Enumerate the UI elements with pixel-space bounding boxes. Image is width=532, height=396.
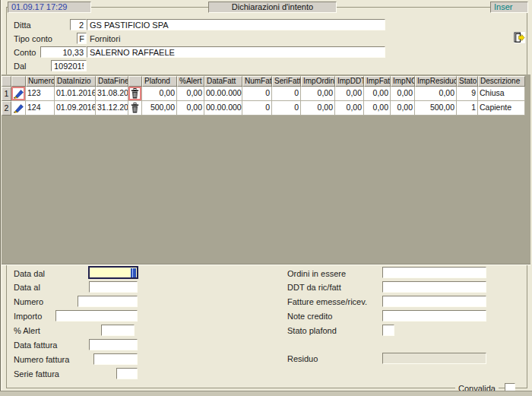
alert-label: % Alert	[14, 326, 40, 335]
serie-fattura-label: Serie fattura	[14, 369, 59, 379]
col-numero: Numero	[26, 76, 55, 87]
cell-plafond[interactable]: 0,00	[142, 87, 177, 101]
col-impfatt: ImpFatt	[364, 76, 391, 87]
declarations-table: Numero DataInizio DataFine Plafond %Aler…	[2, 76, 525, 116]
cell-numero[interactable]: 124	[26, 101, 55, 116]
ditta-label: Ditta	[14, 21, 31, 30]
cell-descrizione[interactable]: Capiente	[478, 101, 525, 116]
residuo-field	[382, 353, 486, 364]
col-plafond: Plafond	[142, 76, 177, 87]
col-impordini: ImpOrdini	[301, 76, 335, 87]
dal-label: Dal	[14, 62, 27, 71]
cell-serifatt[interactable]: 0	[272, 101, 301, 116]
cell-numero[interactable]: 123	[26, 87, 55, 101]
cell-datainizio[interactable]: 01.01.2016	[55, 87, 96, 101]
cell-plafond[interactable]: 500,00	[142, 101, 177, 116]
note-credito-field[interactable]	[382, 310, 486, 322]
numero-field[interactable]	[78, 296, 138, 307]
cell-datafine[interactable]: 31.12.2016	[96, 101, 128, 116]
col-impnc: ImpNC	[391, 76, 415, 87]
col-datafatt: DataFatt	[204, 76, 242, 87]
ddt-da-ric-fatt-field[interactable]	[382, 281, 486, 293]
tipo-conto-code-field[interactable]	[77, 33, 87, 44]
col-impresiduo: ImpResiduo	[415, 76, 457, 87]
table-row: 1 123 01.01.2016 31.08.2016 0,00 0,00 00…	[2, 87, 525, 101]
cell-impordini[interactable]: 0,00	[301, 101, 335, 116]
numero-label: Numero	[14, 297, 43, 306]
col-delete	[128, 76, 142, 87]
fatture-emesse-field[interactable]	[382, 296, 486, 307]
cell-alert[interactable]: 0,00	[177, 87, 204, 101]
ordini-in-essere-field[interactable]	[382, 267, 486, 278]
row-header[interactable]: 1	[2, 87, 11, 101]
tipo-conto-label: Tipo conto	[14, 34, 52, 43]
data-al-label: Data al	[14, 283, 40, 292]
exit-door-icon[interactable]	[513, 31, 526, 44]
row-header[interactable]: 2	[2, 101, 11, 116]
trash-icon[interactable]	[128, 101, 142, 116]
note-credito-label: Note credito	[287, 312, 332, 321]
cell-impordini[interactable]: 0,00	[301, 87, 335, 101]
stato-plafond-label: Stato plafond	[287, 326, 337, 335]
cell-impnc[interactable]: 0,00	[391, 87, 415, 101]
conto-code-field[interactable]	[40, 46, 87, 58]
cell-impfatt[interactable]: 0,00	[364, 101, 391, 116]
edit-pen-icon[interactable]	[11, 101, 26, 116]
col-stato: Stato	[457, 76, 478, 87]
page-title: Dichiarazioni d'intento	[208, 2, 337, 13]
timestamp-box: 01.09.17 17:29	[8, 2, 91, 13]
ddt-da-ric-fatt-label: DDT da ric/fatt	[287, 283, 341, 292]
table-row: 2 124 01.09.2016 31.12.2016 500,00 0,00 …	[2, 101, 525, 116]
col-rowheader	[2, 76, 11, 87]
residuo-label: Residuo	[287, 354, 318, 363]
col-datafine: DataFine	[96, 76, 128, 87]
cell-datafine[interactable]: 31.08.2016	[96, 87, 128, 101]
cell-impresiduo[interactable]: 0,00	[415, 87, 457, 101]
data-fattura-field[interactable]	[89, 339, 138, 350]
trash-icon[interactable]	[128, 87, 142, 101]
col-numfatt: NumFatt	[242, 76, 272, 87]
cell-datafatt[interactable]: 00.00.0000	[204, 87, 242, 101]
serie-fattura-field[interactable]	[116, 368, 138, 379]
cell-impnc[interactable]: 0,00	[391, 101, 415, 116]
cell-alert[interactable]: 0,00	[177, 101, 204, 116]
ditta-name-field[interactable]	[87, 19, 385, 30]
data-dal-label: Data dal	[14, 269, 45, 278]
cell-datafatt[interactable]: 00.00.0000	[204, 101, 242, 116]
col-impddt: ImpDDT	[335, 76, 364, 87]
importo-field[interactable]	[55, 310, 138, 322]
edit-pen-icon[interactable]	[11, 87, 26, 101]
col-datainizio: DataInizio	[55, 76, 96, 87]
data-al-field[interactable]	[89, 281, 138, 293]
cell-numfatt[interactable]: 0	[242, 101, 272, 116]
data-fattura-label: Data fattura	[14, 341, 57, 350]
ditta-code-field[interactable]	[70, 19, 87, 30]
cell-stato[interactable]: 1	[457, 101, 478, 116]
cell-stato[interactable]: 9	[457, 87, 478, 101]
cell-impresiduo[interactable]: 500,00	[415, 101, 457, 116]
cell-serifatt[interactable]: 0	[272, 87, 301, 101]
cell-impfatt[interactable]: 0,00	[364, 87, 391, 101]
table-header-row: Numero DataInizio DataFine Plafond %Aler…	[2, 76, 525, 87]
conto-label: Conto	[14, 48, 36, 57]
panel-separator	[2, 264, 530, 265]
fatture-emesse-label: Fatture emesse/ricev.	[287, 297, 367, 306]
col-serifatt: SeriFatt	[272, 76, 301, 87]
dal-field[interactable]	[51, 60, 87, 71]
stato-plafond-field[interactable]	[382, 325, 394, 336]
cell-datainizio[interactable]: 01.09.2016	[55, 101, 96, 116]
alert-field[interactable]	[101, 325, 135, 336]
cell-numfatt[interactable]: 0	[242, 87, 272, 101]
numero-fattura-label: Numero fattura	[14, 355, 69, 364]
text-cursor	[131, 268, 136, 277]
window-bottom-edge	[0, 391, 532, 396]
conto-name-field[interactable]	[87, 46, 385, 58]
col-descrizione: Descrizione	[478, 76, 525, 87]
cell-descrizione[interactable]: Chiusa	[478, 87, 525, 101]
col-alert: %Alert	[177, 76, 204, 87]
numero-fattura-field[interactable]	[93, 353, 138, 365]
cell-impddt[interactable]: 0,00	[335, 101, 364, 116]
cell-impddt[interactable]: 0,00	[335, 87, 364, 101]
col-edit	[11, 76, 26, 87]
tipo-conto-name: Fornitori	[90, 34, 120, 43]
